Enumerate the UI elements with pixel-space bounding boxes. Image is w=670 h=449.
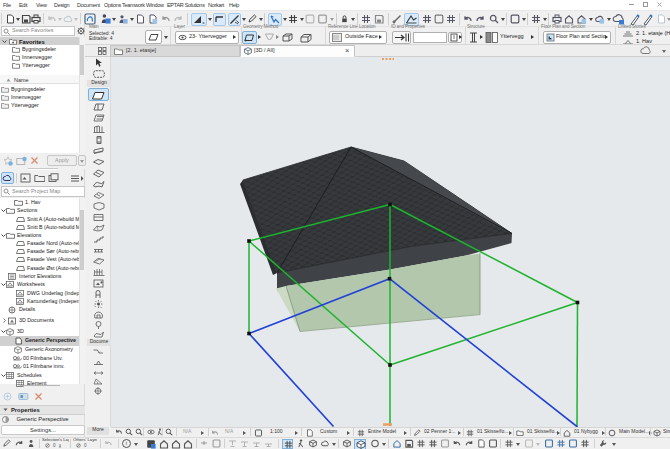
svg-text:0: 0 (53, 443, 56, 448)
svg-text:0: 0 (84, 443, 87, 448)
